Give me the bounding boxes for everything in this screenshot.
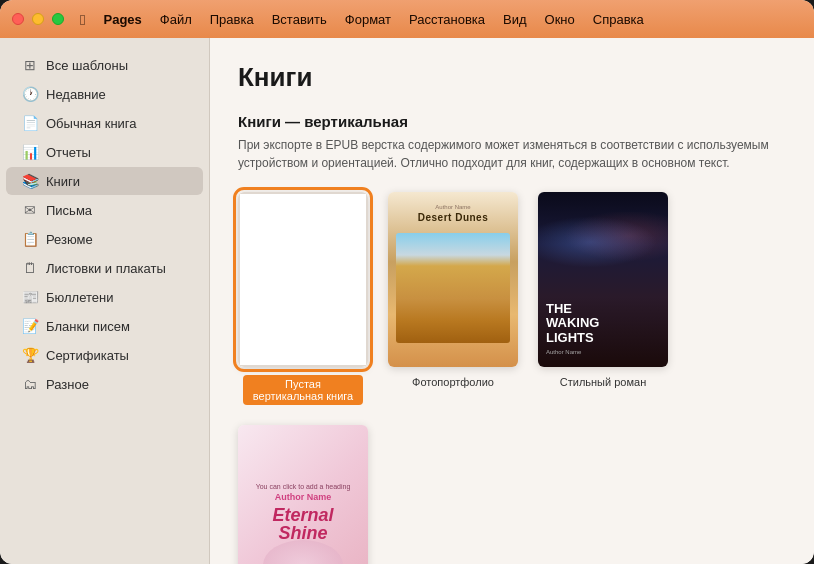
template-grid-row1: Пустаявертикальная книга Author Name Des… — [238, 192, 786, 564]
menu-bar:  Pages Файл Правка Вставить Формат Расс… — [80, 10, 802, 29]
waking-lights-author: Author Name — [546, 349, 660, 355]
traffic-lights — [12, 13, 64, 25]
sidebar-item-reports[interactable]: 📊 Отчеты — [6, 138, 203, 166]
sidebar-item-label: Письма — [46, 203, 92, 218]
section-description: При экспорте в EPUB верстка содержимого … — [238, 136, 786, 172]
blank-label: Пустаявертикальная книга — [243, 375, 363, 405]
sidebar-item-label: Отчеты — [46, 145, 91, 160]
all-templates-icon: ⊞ — [22, 57, 38, 73]
waking-lights-title: THEWAKINGLIGHTS — [546, 302, 660, 345]
menu-edit[interactable]: Правка — [202, 10, 262, 29]
flyers-icon: 🗒 — [22, 260, 38, 276]
menu-arrange[interactable]: Расстановка — [401, 10, 493, 29]
content-area: Книги Книги — вертикальная При экспорте … — [210, 38, 814, 564]
books-icon: 📚 — [22, 173, 38, 189]
sidebar-item-label: Разное — [46, 377, 89, 392]
page-title: Книги — [238, 62, 786, 93]
template-blank[interactable]: Пустаявертикальная книга — [238, 192, 368, 405]
menu-window[interactable]: Окно — [537, 10, 583, 29]
close-button[interactable] — [12, 13, 24, 25]
es-author: Author Name — [275, 492, 332, 502]
basic-icon: 📄 — [22, 115, 38, 131]
sidebar-item-flyers[interactable]: 🗒 Листовки и плакаты — [6, 254, 203, 282]
waking-lights-cover: THEWAKINGLIGHTS Author Name — [538, 192, 668, 367]
sidebar: ⊞ Все шаблоны 🕐 Недавние 📄 Обычная книга… — [0, 38, 210, 564]
main-content: ⊞ Все шаблоны 🕐 Недавние 📄 Обычная книга… — [0, 38, 814, 564]
menu-file[interactable]: Файл — [152, 10, 200, 29]
template-desert-dunes[interactable]: Author Name Desert Dunes Фотопортфолио — [388, 192, 518, 405]
desert-dunes-thumbnail[interactable]: Author Name Desert Dunes — [388, 192, 518, 367]
sidebar-item-misc[interactable]: 🗂 Разное — [6, 370, 203, 398]
blank-thumbnail[interactable] — [238, 192, 368, 367]
sidebar-item-label: Сертификаты — [46, 348, 129, 363]
sidebar-item-stationery[interactable]: 📝 Бланки писем — [6, 312, 203, 340]
sidebar-item-label: Листовки и плакаты — [46, 261, 166, 276]
sidebar-item-label: Книги — [46, 174, 80, 189]
blank-book-cover — [238, 192, 368, 367]
menu-pages[interactable]: Pages — [95, 10, 149, 29]
resume-icon: 📋 — [22, 231, 38, 247]
sidebar-item-recent[interactable]: 🕐 Недавние — [6, 80, 203, 108]
titlebar:  Pages Файл Правка Вставить Формат Расс… — [0, 0, 814, 38]
apple-logo:  — [80, 11, 85, 28]
menu-format[interactable]: Формат — [337, 10, 399, 29]
sidebar-item-basic[interactable]: 📄 Обычная книга — [6, 109, 203, 137]
sidebar-item-bulletins[interactable]: 📰 Бюллетени — [6, 283, 203, 311]
sidebar-item-label: Бюллетени — [46, 290, 113, 305]
waking-lights-label: Стильный роман — [560, 375, 646, 390]
desert-author-top: Author Name — [435, 204, 470, 210]
reports-icon: 📊 — [22, 144, 38, 160]
minimize-button[interactable] — [32, 13, 44, 25]
stationery-icon: 📝 — [22, 318, 38, 334]
menu-help[interactable]: Справка — [585, 10, 652, 29]
sidebar-item-label: Бланки писем — [46, 319, 130, 334]
certificates-icon: 🏆 — [22, 347, 38, 363]
maximize-button[interactable] — [52, 13, 64, 25]
menu-insert[interactable]: Вставить — [264, 10, 335, 29]
sidebar-item-books[interactable]: 📚 Книги — [6, 167, 203, 195]
sidebar-item-all-templates[interactable]: ⊞ Все шаблоны — [6, 51, 203, 79]
menu-view[interactable]: Вид — [495, 10, 535, 29]
template-waking-lights[interactable]: THEWAKINGLIGHTS Author Name Стильный ром… — [538, 192, 668, 405]
sidebar-item-label: Резюме — [46, 232, 93, 247]
misc-icon: 🗂 — [22, 376, 38, 392]
sidebar-item-label: Недавние — [46, 87, 106, 102]
desert-image — [396, 233, 510, 343]
bulletins-icon: 📰 — [22, 289, 38, 305]
eternal-shine-cover: You can click to add a heading Author Na… — [238, 425, 368, 564]
template-eternal-shine[interactable]: You can click to add a heading Author Na… — [238, 425, 368, 564]
es-top-text: You can click to add a heading — [256, 483, 351, 490]
desert-dunes-cover: Author Name Desert Dunes — [388, 192, 518, 367]
main-window:  Pages Файл Правка Вставить Формат Расс… — [0, 0, 814, 564]
sidebar-item-certificates[interactable]: 🏆 Сертификаты — [6, 341, 203, 369]
letters-icon: ✉ — [22, 202, 38, 218]
sidebar-item-label: Все шаблоны — [46, 58, 128, 73]
section-title: Книги — вертикальная — [238, 113, 786, 130]
sidebar-item-label: Обычная книга — [46, 116, 137, 131]
desert-dunes-label: Фотопортфолио — [412, 375, 494, 390]
waking-lights-thumbnail[interactable]: THEWAKINGLIGHTS Author Name — [538, 192, 668, 367]
sidebar-item-letters[interactable]: ✉ Письма — [6, 196, 203, 224]
desert-title: Desert Dunes — [418, 212, 488, 223]
lights-blur-effect — [538, 212, 668, 272]
recent-icon: 🕐 — [22, 86, 38, 102]
flower-decoration — [263, 540, 343, 564]
sidebar-item-resume[interactable]: 📋 Резюме — [6, 225, 203, 253]
eternal-shine-thumbnail[interactable]: You can click to add a heading Author Na… — [238, 425, 368, 564]
es-title: EternalShine — [272, 506, 333, 542]
